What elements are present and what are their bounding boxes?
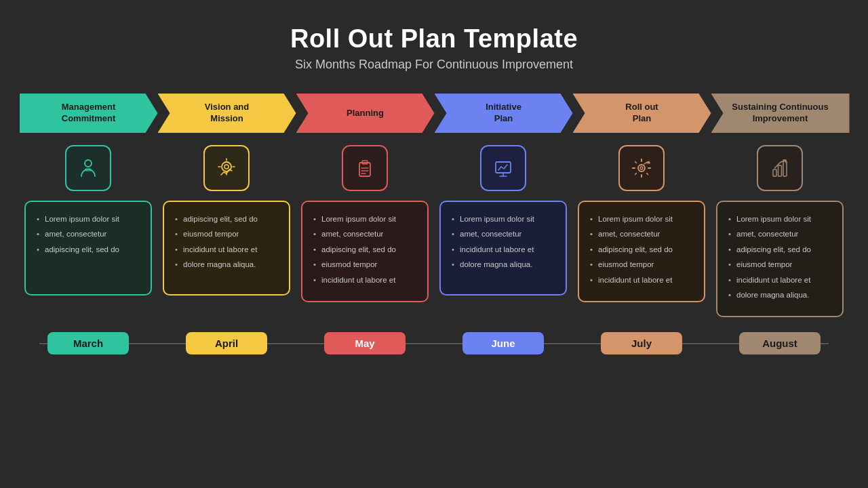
gear-arrows-icon xyxy=(629,156,654,180)
header-initiative-label: InitiativePlan xyxy=(471,102,536,125)
presentation-icon xyxy=(491,156,515,180)
list-item: amet, consectetur xyxy=(450,228,556,240)
person-icon xyxy=(76,156,100,180)
month-april: April xyxy=(186,332,267,354)
column-rollout: Roll outPlan Lorem ipsum dolor sit amet,… xyxy=(572,94,711,302)
icon-box-management xyxy=(65,145,111,191)
page-header: Roll Out Plan Template Six Months Roadma… xyxy=(0,0,868,72)
month-labels: March April May June July August xyxy=(19,332,849,354)
header-planning-label: Planning xyxy=(332,108,399,119)
list-item: dolore magna aliqua. xyxy=(727,289,833,301)
page-subtitle: Six Months Roadmap For Continuous Improv… xyxy=(0,58,868,72)
header-management-label: ManagementCommitment xyxy=(47,102,130,125)
icon-box-sustaining xyxy=(757,145,803,191)
clipboard-icon xyxy=(353,156,377,180)
header-vision: Vision andMission xyxy=(158,94,296,133)
timeline-bar: March April May June July August xyxy=(19,332,849,354)
list-item: incididunt ut labore et xyxy=(727,274,833,286)
list-item: eiusmod tempor xyxy=(312,258,418,270)
month-august: August xyxy=(739,332,821,354)
icon-box-planning xyxy=(342,145,388,191)
month-march: March xyxy=(47,332,129,354)
list-item: adipiscing elit, sed do xyxy=(727,243,833,256)
list-item: adipiscing elit, sed do xyxy=(589,243,694,256)
header-sustaining: Sustaining ContinuousImprovement xyxy=(711,94,850,133)
list-item: Lorem ipsum dolor sit xyxy=(35,213,141,225)
list-item: eiusmod tempor xyxy=(727,258,833,270)
column-vision: Vision andMission adipiscing elit, sed d… xyxy=(157,94,296,296)
svg-point-0 xyxy=(85,160,92,167)
list-item: incididunt ut labore et xyxy=(589,274,694,286)
header-management: ManagementCommitment xyxy=(20,94,158,133)
column-initiative: InitiativePlan Lorem ipsum dolor sit ame… xyxy=(434,94,572,296)
content-sustaining: Lorem ipsum dolor sit amet, consectetur … xyxy=(716,201,844,317)
growth-chart-icon xyxy=(768,156,792,180)
icon-box-rollout xyxy=(618,145,665,191)
list-item: eiusmod tempor xyxy=(174,228,279,240)
icon-box-vision xyxy=(203,145,250,191)
svg-rect-19 xyxy=(773,169,776,176)
header-initiative: InitiativePlan xyxy=(435,94,573,133)
content-rollout: Lorem ipsum dolor sit amet, consectetur … xyxy=(578,201,705,302)
list-item: adipiscing elit, sed do xyxy=(312,243,418,256)
column-sustaining: Sustaining ContinuousImprovement Lorem i… xyxy=(711,94,849,317)
svg-point-3 xyxy=(224,165,229,169)
content-management: Lorem ipsum dolor sit amet, consectetur … xyxy=(24,201,152,296)
column-planning: Planning Lorem ipsum dolor sit amet, con… xyxy=(296,94,434,302)
list-item: Lorem ipsum dolor sit xyxy=(450,213,556,225)
list-item: Lorem ipsum dolor sit xyxy=(589,213,694,225)
list-item: amet, consectetur xyxy=(727,228,833,240)
header-rollout-label: Roll outPlan xyxy=(610,102,673,125)
svg-point-17 xyxy=(638,165,645,171)
list-item: adipiscing elit, sed do xyxy=(174,213,279,225)
target-chart-icon xyxy=(214,156,239,180)
list-item: eiusmod tempor xyxy=(589,258,694,270)
icon-box-initiative xyxy=(480,145,526,191)
header-sustaining-label: Sustaining ContinuousImprovement xyxy=(717,102,843,125)
list-item: dolore magna aliqua. xyxy=(450,258,556,270)
month-july: July xyxy=(601,332,682,354)
timeline-columns: ManagementCommitment Lorem ipsum dolor s… xyxy=(0,94,868,317)
svg-rect-8 xyxy=(359,163,370,176)
list-item: dolore magna aliqua. xyxy=(174,258,279,270)
list-item: incididunt ut labore et xyxy=(450,243,556,256)
header-rollout: Roll outPlan xyxy=(573,94,711,133)
page-title: Roll Out Plan Template xyxy=(0,24,868,54)
list-item: adipiscing elit, sed do xyxy=(35,243,141,256)
content-planning: Lorem ipsum dolor sit amet, consectetur … xyxy=(301,201,429,302)
list-item: Lorem ipsum dolor sit xyxy=(312,213,418,225)
svg-rect-13 xyxy=(496,162,511,173)
column-management: ManagementCommitment Lorem ipsum dolor s… xyxy=(19,94,157,296)
list-item: amet, consectetur xyxy=(312,228,418,240)
list-item: Lorem ipsum dolor sit xyxy=(727,213,833,225)
svg-rect-20 xyxy=(778,165,782,176)
header-vision-label: Vision andMission xyxy=(190,102,264,125)
month-may: May xyxy=(324,332,406,354)
content-vision: adipiscing elit, sed do eiusmod tempor i… xyxy=(163,201,290,296)
month-june: June xyxy=(462,332,544,354)
list-item: amet, consectetur xyxy=(35,228,141,240)
svg-rect-21 xyxy=(783,161,787,176)
svg-point-18 xyxy=(640,167,643,169)
content-initiative: Lorem ipsum dolor sit amet, consectetur … xyxy=(439,201,567,296)
list-item: incididunt ut labore et xyxy=(174,243,279,256)
list-item: incididunt ut labore et xyxy=(312,274,418,286)
list-item: amet, consectetur xyxy=(589,228,694,240)
header-planning: Planning xyxy=(296,94,435,133)
